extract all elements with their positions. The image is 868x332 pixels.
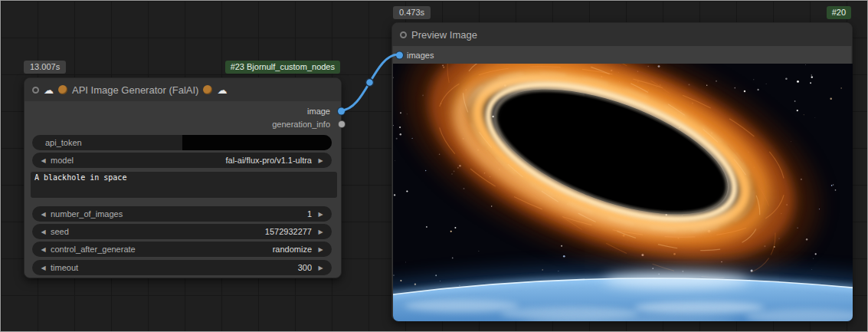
output-slot-image: image [25, 105, 341, 117]
decrement-arrow-icon[interactable]: ◀ [38, 157, 48, 164]
output-label-generation-info: generation_info [272, 120, 330, 129]
cookie-icon [58, 85, 67, 94]
model-label: model [51, 156, 74, 165]
seed-value[interactable]: 1572932277 [69, 227, 312, 236]
preview-image-container[interactable] [393, 64, 853, 321]
widget-number-of-images[interactable]: ◀ number_of_images 1 ▶ [32, 206, 332, 222]
falai-node[interactable]: ☁ API Image Generator (FalAI) ☁ image ge… [24, 77, 342, 278]
collapse-dot-icon[interactable] [400, 31, 407, 38]
increment-arrow-icon[interactable]: ▶ [316, 157, 326, 164]
falai-id-badge: #23 Bjornulf_custom_nodes [225, 61, 340, 74]
number-of-images-value[interactable]: 1 [123, 209, 312, 219]
seed-label: seed [51, 227, 69, 236]
image-link-wire [341, 54, 398, 110]
model-value[interactable]: fal-ai/flux-pro/v1.1-ultra [74, 156, 312, 165]
output-label-image: image [307, 107, 330, 116]
falai-node-title: API Image Generator (FalAI) [72, 84, 198, 96]
widget-timeout[interactable]: ◀ timeout 300 ▶ [32, 260, 332, 275]
prompt-textarea[interactable]: A blackhole in space [31, 172, 337, 198]
images-input-dot[interactable] [396, 51, 403, 58]
preview-id-badge: #20 [827, 6, 851, 19]
increment-arrow-icon[interactable]: ▶ [316, 228, 326, 235]
input-slot-images: images [393, 46, 851, 64]
preview-node-titlebar[interactable]: Preview Image [392, 23, 852, 46]
timeout-label: timeout [51, 263, 78, 272]
preview-image-node[interactable]: Preview Image images [391, 22, 853, 321]
api-token-redacted-value[interactable] [182, 135, 332, 150]
control-after-generate-value[interactable]: randomize [136, 245, 312, 254]
api-token-label: api_token [45, 138, 82, 147]
collapse-dot-icon[interactable] [32, 87, 39, 94]
cookie-icon [203, 85, 212, 94]
node-editor-canvas[interactable]: 13.007s #23 Bjornulf_custom_nodes 0.473s… [0, 0, 868, 332]
widget-api-token[interactable]: api_token [32, 135, 332, 150]
generation-info-output-dot[interactable] [339, 121, 345, 127]
increment-arrow-icon[interactable]: ▶ [316, 246, 326, 253]
widget-seed[interactable]: ◀ seed 1572932277 ▶ [32, 224, 332, 239]
decrement-arrow-icon[interactable]: ◀ [38, 265, 48, 271]
link-midpoint-dot[interactable] [366, 79, 374, 87]
cloud-icon: ☁ [44, 85, 54, 95]
preview-timing-badge: 0.473s [393, 6, 431, 19]
increment-arrow-icon[interactable]: ▶ [316, 265, 326, 271]
decrement-arrow-icon[interactable]: ◀ [38, 228, 48, 235]
input-label-images: images [407, 51, 434, 60]
decrement-arrow-icon[interactable]: ◀ [38, 246, 48, 253]
decrement-arrow-icon[interactable]: ◀ [38, 211, 48, 218]
cloud-icon: ☁ [217, 85, 227, 95]
blackhole-image [393, 64, 853, 321]
timeout-value[interactable]: 300 [78, 263, 312, 272]
falai-node-titlebar[interactable]: ☁ API Image Generator (FalAI) ☁ [25, 78, 341, 101]
output-slot-generation-info: generation_info [25, 118, 341, 130]
widget-control-after-generate[interactable]: ◀ control_after_generate randomize ▶ [32, 242, 332, 257]
widget-model[interactable]: ◀ model fal-ai/flux-pro/v1.1-ultra ▶ [32, 153, 332, 168]
increment-arrow-icon[interactable]: ▶ [316, 211, 326, 218]
image-output-dot[interactable] [338, 108, 345, 115]
control-after-generate-label: control_after_generate [51, 245, 136, 254]
preview-node-title: Preview Image [411, 29, 477, 41]
number-of-images-label: number_of_images [51, 209, 123, 219]
falai-timing-badge: 13.007s [24, 61, 66, 74]
